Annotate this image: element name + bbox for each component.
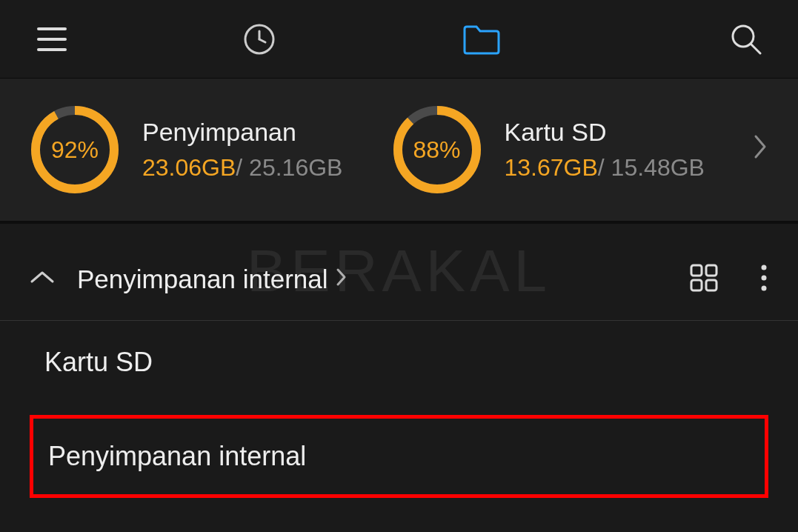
storage-usage-internal: 23.06GB/ 25.16GB bbox=[142, 154, 342, 182]
svg-point-17 bbox=[762, 276, 767, 281]
search-icon bbox=[728, 21, 764, 57]
option-label: Kartu SD bbox=[44, 347, 153, 377]
collapse-button[interactable] bbox=[30, 270, 55, 288]
svg-point-6 bbox=[733, 26, 754, 47]
hamburger-icon bbox=[36, 23, 68, 56]
tab-recent[interactable] bbox=[237, 17, 282, 61]
breadcrumb-current[interactable]: Penyimpanan internal bbox=[77, 265, 348, 294]
storage-option-sd[interactable]: Kartu SD bbox=[0, 321, 798, 404]
svg-line-5 bbox=[259, 39, 265, 42]
storage-percent-internal: 92% bbox=[30, 104, 120, 195]
storage-ring-internal: 92% bbox=[30, 104, 120, 195]
svg-line-7 bbox=[751, 44, 760, 53]
storage-card-sd[interactable]: 88% Kartu SD 13.67GB/ 15.48GB bbox=[392, 104, 754, 195]
svg-point-16 bbox=[762, 265, 767, 270]
tab-files[interactable] bbox=[459, 17, 504, 61]
storage-title-sd: Kartu SD bbox=[505, 118, 705, 147]
more-options-button[interactable] bbox=[759, 263, 768, 296]
storage-usage-sd: 13.67GB/ 15.48GB bbox=[505, 154, 705, 182]
search-button[interactable] bbox=[724, 17, 768, 61]
chevron-up-icon bbox=[30, 270, 55, 285]
storage-card-internal[interactable]: 92% Penyimpanan 23.06GB/ 25.16GB bbox=[30, 104, 392, 195]
storage-option-internal[interactable]: Penyimpanan internal bbox=[30, 415, 768, 498]
svg-point-18 bbox=[762, 286, 767, 291]
storage-used-sd: 13.67GB bbox=[505, 154, 598, 181]
menu-button[interactable] bbox=[30, 17, 74, 61]
breadcrumb-label: Penyimpanan internal bbox=[77, 265, 328, 294]
storage-ring-sd: 88% bbox=[392, 104, 482, 195]
option-label: Penyimpanan internal bbox=[48, 441, 306, 471]
svg-rect-14 bbox=[691, 280, 702, 290]
storage-detail-arrow[interactable] bbox=[754, 134, 768, 166]
clock-icon bbox=[242, 22, 276, 56]
svg-rect-15 bbox=[706, 280, 716, 290]
more-vertical-icon bbox=[759, 263, 768, 293]
grid-icon bbox=[689, 263, 719, 293]
storage-summary[interactable]: 92% Penyimpanan 23.06GB/ 25.16GB 88% Kar… bbox=[0, 78, 798, 224]
view-grid-button[interactable] bbox=[689, 263, 719, 296]
storage-total-sd: 15.48GB bbox=[611, 154, 705, 181]
chevron-right-icon bbox=[754, 134, 768, 159]
storage-total-internal: 25.16GB bbox=[249, 154, 342, 181]
breadcrumb-toolbar: Penyimpanan internal bbox=[0, 239, 798, 321]
chevron-right-icon bbox=[336, 267, 348, 292]
svg-rect-13 bbox=[706, 265, 716, 276]
svg-rect-12 bbox=[691, 265, 702, 276]
storage-percent-sd: 88% bbox=[392, 104, 482, 195]
storage-title-internal: Penyimpanan bbox=[142, 118, 342, 147]
folder-icon bbox=[462, 23, 501, 56]
storage-used-internal: 23.06GB bbox=[142, 154, 236, 181]
top-bar bbox=[0, 0, 798, 78]
